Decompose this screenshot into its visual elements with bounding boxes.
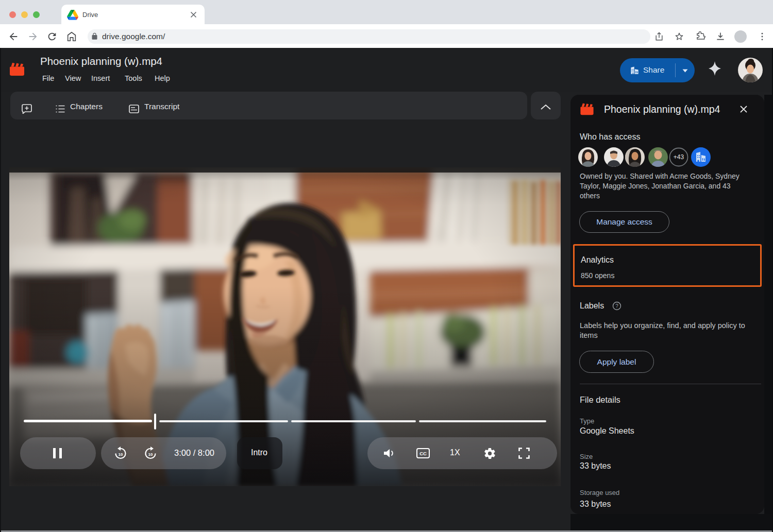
svg-text:10: 10 [119,452,123,457]
svg-text:CC: CC [419,451,427,456]
svg-text:?: ? [615,303,618,309]
svg-text:10: 10 [148,452,153,457]
svg-text:+43: +43 [674,153,684,161]
